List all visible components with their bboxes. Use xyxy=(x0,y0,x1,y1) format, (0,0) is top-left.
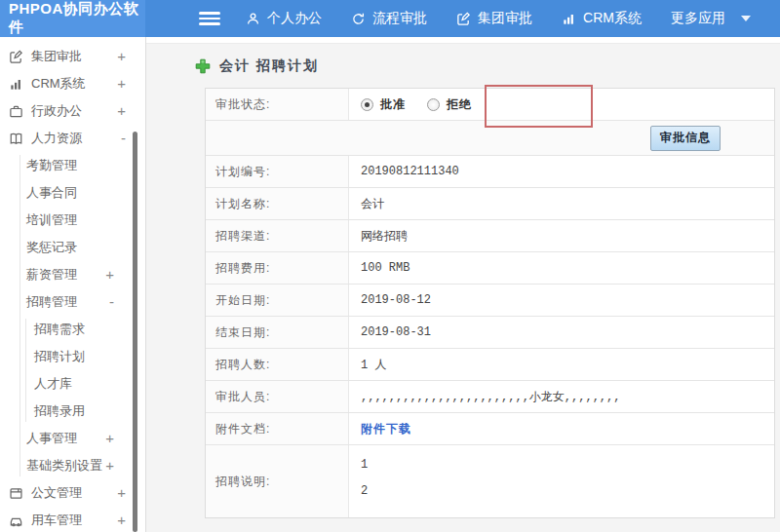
sidebar-item-recruit-hire[interactable]: 招聘录用 xyxy=(0,398,145,425)
sidebar-scrollbar[interactable] xyxy=(133,132,137,532)
form-row-plan-no: 计划编号: 20190812111340 xyxy=(206,156,774,188)
book-icon xyxy=(9,132,23,146)
nav-more-apps[interactable]: 更多应用 xyxy=(671,10,751,27)
approval-button-row: 审批信息 xyxy=(206,121,774,156)
menu-toggle-icon[interactable] xyxy=(199,9,220,28)
field-value: 网络招聘 xyxy=(349,220,774,251)
top-header: PHPOA协同办公软件 个人办公 流程审批 集团审批 CRM系统 更多应用 xyxy=(0,0,780,37)
document-icon xyxy=(9,486,23,501)
field-value: 2019-08-31 xyxy=(349,317,774,348)
field-label: 招聘费用: xyxy=(206,252,349,284)
nav-label: 更多应用 xyxy=(671,10,725,27)
field-label: 结束日期: xyxy=(206,317,349,348)
nav-group-approval[interactable]: 集团审批 xyxy=(456,10,532,27)
radio-approve[interactable] xyxy=(361,98,373,111)
form-row-plan-name: 计划名称: 会计 xyxy=(206,188,774,220)
sidebar-item-hr[interactable]: 人力资源- xyxy=(0,125,145,152)
field-label: 招聘人数: xyxy=(206,349,349,380)
sidebar-item-vehicle-mgmt[interactable]: 用车管理+ xyxy=(0,507,145,532)
bar-chart-icon xyxy=(562,12,576,26)
field-label: 计划编号: xyxy=(206,156,349,187)
nav-label: 个人办公 xyxy=(267,10,322,27)
field-value: 20190812111340 xyxy=(349,156,774,187)
recruit-submenu: 招聘需求 招聘计划 人才库 招聘录用 xyxy=(0,316,145,425)
form-row-attachment: 附件文档: 附件下载 xyxy=(206,413,774,445)
user-icon xyxy=(246,12,260,26)
sidebar-item-group-approval[interactable]: 集团审批+ xyxy=(0,43,145,70)
form-row-cost: 招聘费用: 100 RMB xyxy=(206,252,774,285)
form-row-channel: 招聘渠道: 网络招聘 xyxy=(206,220,774,252)
form-row-approvers: 审批人员: ,,,,,,,,,,,,,,,,,,,,,,,,小龙女,,,,,,,… xyxy=(206,381,774,413)
process-icon xyxy=(351,12,366,26)
sidebar-item-recruit-mgmt[interactable]: 招聘管理- xyxy=(0,288,145,316)
approval-info-button[interactable]: 审批信息 xyxy=(650,126,721,151)
field-label: 计划名称: xyxy=(206,188,349,219)
form-row-headcount: 招聘人数: 1 人 xyxy=(206,349,774,381)
detail-panel: 审批状态: 批准 拒绝 审批信息 计划编号: 20190812111340 计划… xyxy=(205,88,775,518)
page-title: 会计 招聘计划 xyxy=(219,57,319,75)
sidebar-item-talent-pool[interactable]: 人才库 xyxy=(0,370,145,398)
field-value: 附件下载 xyxy=(349,413,774,444)
field-value: 1 人 xyxy=(349,349,774,380)
form-row-description: 招聘说明: 1 2 xyxy=(206,445,774,517)
sidebar-item-document-mgmt[interactable]: 公文管理+ xyxy=(0,479,145,507)
sidebar-item-recruit-demand[interactable]: 招聘需求 xyxy=(0,316,145,343)
main-content: 会计 招聘计划 审批状态: 批准 拒绝 审批信息 计划编号: 201908121… xyxy=(146,37,780,532)
approval-radio-group: 批准 拒绝 xyxy=(349,89,774,120)
sidebar-item-personnel-mgmt[interactable]: 人事管理+ xyxy=(0,425,145,452)
edit-icon xyxy=(9,50,23,64)
sidebar-item-admin-office[interactable]: 行政办公+ xyxy=(0,97,145,125)
sidebar-item-salary[interactable]: 薪资管理+ xyxy=(0,261,145,288)
add-icon[interactable] xyxy=(195,58,211,74)
header-nav: 个人办公 流程审批 集团审批 CRM系统 更多应用 xyxy=(246,10,780,27)
briefcase-icon xyxy=(9,104,23,119)
app-logo: PHPOA协同办公软件 xyxy=(0,0,145,37)
nav-label: CRM系统 xyxy=(583,10,642,27)
sidebar-item-base-category[interactable]: 基础类别设置+ xyxy=(0,452,145,479)
title-row: 会计 招聘计划 xyxy=(195,57,780,75)
field-value: ,,,,,,,,,,,,,,,,,,,,,,,,小龙女,,,,,,,, xyxy=(349,381,774,412)
caret-down-icon xyxy=(741,16,751,21)
nav-label: 集团审批 xyxy=(478,10,532,27)
field-label: 招聘说明: xyxy=(206,445,349,517)
description-line: 1 xyxy=(361,458,368,472)
nav-label: 流程审批 xyxy=(372,10,427,27)
sidebar: 集团审批+ CRM系统+ 行政办公+ 人力资源- 考勤管理 人事合同 培训管理 … xyxy=(0,37,146,532)
radio-reject[interactable] xyxy=(427,98,440,111)
field-label: 审批人员: xyxy=(206,381,349,412)
sidebar-item-recruit-plan[interactable]: 招聘计划 xyxy=(0,343,145,370)
nav-crm-system[interactable]: CRM系统 xyxy=(562,10,642,27)
field-value: 1 2 xyxy=(349,445,774,517)
sidebar-item-rewards[interactable]: 奖惩记录 xyxy=(0,234,145,261)
car-icon xyxy=(9,513,23,528)
field-label: 招聘渠道: xyxy=(206,220,349,251)
field-label: 审批状态: xyxy=(206,89,349,120)
form-row-end-date: 结束日期: 2019-08-31 xyxy=(206,317,774,349)
sidebar-item-training[interactable]: 培训管理 xyxy=(0,207,145,234)
edit-icon xyxy=(456,12,471,26)
nav-process-approval[interactable]: 流程审批 xyxy=(351,10,427,27)
radio-approve-label: 批准 xyxy=(380,96,406,113)
sidebar-item-hr-contract[interactable]: 人事合同 xyxy=(0,179,145,207)
nav-personal-office[interactable]: 个人办公 xyxy=(246,10,322,27)
field-value: 2019-08-12 xyxy=(349,285,774,316)
approval-status-row: 审批状态: 批准 拒绝 xyxy=(206,89,774,121)
field-value: 会计 xyxy=(349,188,774,219)
field-value: 100 RMB xyxy=(349,252,774,284)
attachment-download-link[interactable]: 附件下载 xyxy=(361,421,411,437)
field-label: 附件文档: xyxy=(206,413,349,444)
sidebar-item-attendance[interactable]: 考勤管理 xyxy=(0,152,145,179)
content-top-strip xyxy=(146,37,780,44)
hr-submenu: 考勤管理 人事合同 培训管理 奖惩记录 薪资管理+ 招聘管理- 招聘需求 招聘计… xyxy=(0,152,145,479)
bar-chart-icon xyxy=(9,77,23,92)
radio-reject-label: 拒绝 xyxy=(447,96,472,113)
description-line: 2 xyxy=(361,484,368,498)
sidebar-item-crm[interactable]: CRM系统+ xyxy=(0,70,145,97)
form-row-start-date: 开始日期: 2019-08-12 xyxy=(206,285,774,317)
field-label: 开始日期: xyxy=(206,285,349,316)
